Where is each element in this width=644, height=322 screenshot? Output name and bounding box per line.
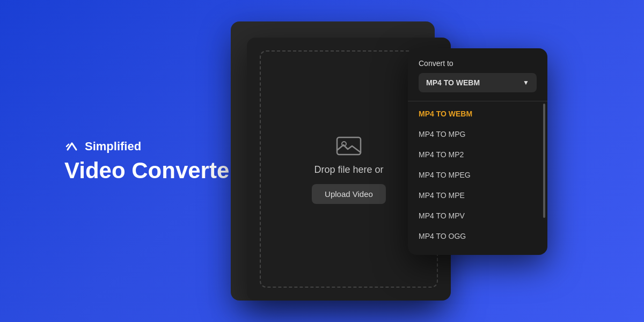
branding-section: Simplified Video Converter: [64, 139, 238, 183]
dropdown-panel: Convert to MP4 TO WEBM ▼ MP4 TO WEBM MP4…: [408, 48, 547, 255]
drop-file-text: Drop file here or: [314, 164, 383, 175]
selected-value: MP4 TO WEBM: [426, 78, 480, 87]
logo-row: Simplified: [64, 139, 238, 154]
dropdown-item-ogg[interactable]: MP4 TO OGG: [408, 226, 547, 246]
dropdown-item-webm[interactable]: MP4 TO WEBM: [408, 104, 547, 124]
dropdown-item-mpe[interactable]: MP4 TO MPE: [408, 185, 547, 206]
dropdown-item-mpeg[interactable]: MP4 TO MPEG: [408, 165, 547, 185]
divider: [408, 101, 547, 101]
logo-text: Simplified: [85, 140, 141, 153]
dropdown-item-mp2[interactable]: MP4 TO MP2: [408, 144, 547, 165]
svg-rect-0: [337, 137, 361, 155]
dropdown-item-mpg[interactable]: MP4 TO MPG: [408, 124, 547, 144]
simplified-logo-icon: [64, 139, 79, 154]
dropdown-item-mpv[interactable]: MP4 TO MPV: [408, 206, 547, 226]
app-title: Video Converter: [64, 158, 238, 183]
upload-image-icon: [336, 134, 362, 156]
convert-select-trigger[interactable]: MP4 TO WEBM ▼: [419, 73, 537, 92]
convert-to-label: Convert to: [408, 59, 547, 68]
upload-video-button[interactable]: Upload Video: [312, 184, 386, 204]
dropdown-list: MP4 TO WEBM MP4 TO MPG MP4 TO MP2 MP4 TO…: [408, 104, 547, 246]
chevron-down-icon: ▼: [523, 79, 529, 86]
